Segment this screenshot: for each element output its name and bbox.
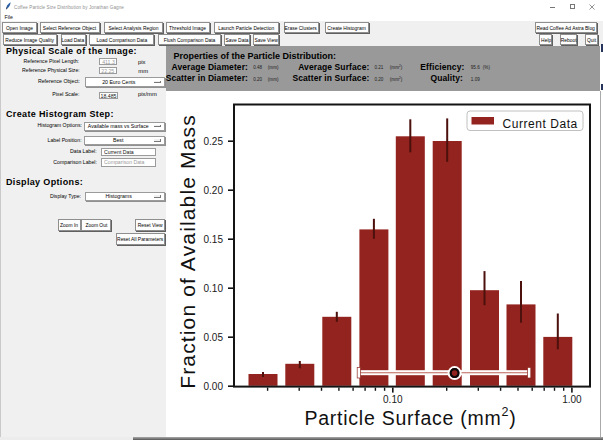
svg-text:Current Data: Current Data [503,117,578,131]
svg-text:Particle Surface (mm2): Particle Surface (mm2) [305,405,517,430]
svg-text:0.10: 0.10 [204,283,224,294]
svg-text:1.00: 1.00 [562,394,582,405]
svg-text:0.00: 0.00 [204,381,224,392]
svg-text:0.25: 0.25 [204,136,224,147]
svg-text:0.20: 0.20 [204,185,224,196]
svg-text:0.05: 0.05 [204,332,224,343]
svg-text:Fraction of Available Mass: Fraction of Available Mass [176,114,199,389]
svg-text:0.15: 0.15 [204,234,224,245]
svg-text:0.10: 0.10 [383,394,403,405]
